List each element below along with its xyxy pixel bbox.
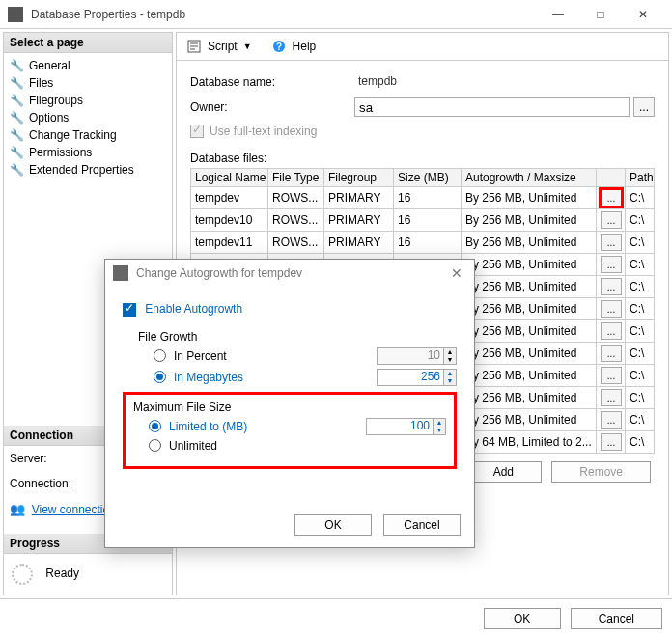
in-mb-radio[interactable] — [154, 371, 166, 383]
autogrowth-browse-button[interactable]: ... — [601, 189, 622, 207]
sidebar-item-permissions[interactable]: 🔧Permissions — [6, 144, 170, 161]
ok-button[interactable]: OK — [484, 608, 561, 629]
grid-cell: By 256 MB, Unlimited — [462, 209, 597, 232]
grid-header[interactable]: Size (MB) — [394, 169, 462, 187]
grid-cell-button: ... — [597, 209, 626, 232]
wrench-icon: 🔧 — [10, 59, 23, 72]
grid-cell: ROWS... — [268, 232, 324, 254]
page-list: 🔧General🔧Files🔧Filegroups🔧Options🔧Change… — [4, 53, 172, 182]
autogrowth-browse-button[interactable]: ... — [601, 433, 622, 451]
sidebar-item-label: Change Tracking — [29, 128, 117, 142]
minimize-button[interactable]: — — [537, 1, 579, 28]
add-button[interactable]: Add — [464, 461, 542, 483]
fulltext-label: Use full-text indexing — [210, 125, 317, 138]
autogrowth-browse-button[interactable]: ... — [601, 234, 622, 251]
view-connection-link[interactable]: View connectio — [32, 503, 110, 516]
autogrowth-browse-button[interactable]: ... — [601, 345, 622, 362]
grid-cell-path: C:\ — [626, 365, 655, 387]
limited-spinner[interactable]: ▲▼ — [434, 418, 446, 435]
cancel-button[interactable]: Cancel — [571, 608, 662, 629]
grid-cell-path: C:\ — [626, 431, 655, 454]
close-button[interactable]: ✕ — [622, 1, 664, 28]
sidebar-item-extended-properties[interactable]: 🔧Extended Properties — [6, 161, 170, 179]
grid-cell: 16 — [394, 187, 462, 209]
grid-header[interactable]: Filegroup — [324, 169, 394, 187]
grid-cell: By 256 MB, Unlimited — [462, 409, 597, 431]
sidebar-item-label: Options — [29, 111, 69, 125]
dialog-cancel-button[interactable]: Cancel — [383, 514, 461, 536]
mb-input[interactable]: 256 — [377, 369, 444, 386]
mb-spinner[interactable]: ▲▼ — [444, 369, 457, 386]
autogrowth-browse-button[interactable]: ... — [601, 367, 622, 384]
enable-autogrowth-row[interactable]: Enable Autogrowth — [123, 302, 457, 317]
dialog-close-button[interactable]: ✕ — [447, 265, 466, 281]
table-row[interactable]: tempdevROWS...PRIMARY16By 256 MB, Unlimi… — [191, 187, 655, 209]
help-icon: ? — [271, 39, 287, 54]
autogrowth-browse-button[interactable]: ... — [601, 278, 622, 295]
script-button[interactable]: Script — [208, 40, 238, 53]
grid-cell-path: C:\ — [626, 187, 655, 209]
limited-radio[interactable] — [149, 420, 161, 432]
grid-header[interactable]: File Type — [268, 169, 324, 187]
autogrowth-browse-button[interactable]: ... — [601, 300, 622, 318]
grid-header[interactable]: Autogrowth / Maxsize — [462, 169, 597, 187]
table-row[interactable]: tempdev11ROWS...PRIMARY16By 256 MB, Unli… — [191, 232, 655, 254]
title-bar: Database Properties - tempdb — □ ✕ — [0, 0, 672, 29]
grid-header[interactable] — [597, 169, 626, 187]
wrench-icon: 🔧 — [10, 94, 23, 107]
sidebar-item-label: Files — [29, 76, 53, 90]
sidebar-item-options[interactable]: 🔧Options — [6, 109, 170, 126]
grid-cell: By 256 MB, Unlimited — [462, 343, 597, 365]
grid-cell-button: ... — [597, 276, 626, 298]
grid-cell: By 64 MB, Limited to 2... — [462, 431, 597, 454]
grid-cell: ROWS... — [268, 187, 324, 209]
unlimited-label: Unlimited — [169, 439, 217, 453]
owner-browse-button[interactable]: ... — [633, 97, 655, 117]
grid-cell: tempdev — [191, 187, 268, 209]
autogrowth-browse-button[interactable]: ... — [601, 211, 622, 229]
grid-cell-button: ... — [597, 431, 626, 454]
dropdown-icon[interactable]: ▼ — [243, 42, 252, 51]
autogrowth-dialog: Change Autogrowth for tempdev ✕ Enable A… — [104, 259, 475, 548]
limited-input[interactable]: 100 — [366, 418, 434, 435]
sidebar-item-files[interactable]: 🔧Files — [6, 74, 170, 92]
autogrowth-browse-button[interactable]: ... — [601, 411, 622, 429]
files-label: Database files: — [190, 152, 655, 165]
wrench-icon: 🔧 — [10, 163, 23, 177]
grid-cell: By 256 MB, Unlimited — [462, 276, 597, 298]
sidebar-item-general[interactable]: 🔧General — [6, 57, 170, 74]
sidebar-item-label: General — [29, 59, 70, 72]
dbname-value: tempdb — [354, 72, 655, 92]
grid-cell-button: ... — [597, 387, 626, 409]
grid-cell-path: C:\ — [626, 254, 655, 276]
owner-input[interactable] — [354, 97, 630, 117]
table-row[interactable]: tempdev10ROWS...PRIMARY16By 256 MB, Unli… — [191, 209, 655, 232]
dialog-ok-button[interactable]: OK — [294, 514, 372, 536]
autogrowth-browse-button[interactable]: ... — [601, 322, 622, 340]
sidebar-item-filegroups[interactable]: 🔧Filegroups — [6, 92, 170, 109]
grid-cell-path: C:\ — [626, 209, 655, 232]
enable-autogrowth-checkbox[interactable] — [123, 303, 136, 317]
remove-button: Remove — [551, 461, 651, 483]
sidebar-item-label: Filegroups — [29, 94, 83, 107]
right-toolbar: Script ▼ ? Help — [177, 33, 668, 61]
grid-cell: 16 — [394, 209, 462, 232]
grid-header[interactable]: Path — [626, 169, 655, 187]
progress-spinner-icon — [12, 564, 33, 585]
sidebar-item-change-tracking[interactable]: 🔧Change Tracking — [6, 126, 170, 144]
maximize-button[interactable]: □ — [579, 1, 622, 28]
help-button[interactable]: Help — [293, 40, 317, 53]
unlimited-radio[interactable] — [149, 439, 161, 452]
grid-cell-path: C:\ — [626, 409, 655, 431]
autogrowth-browse-button[interactable]: ... — [601, 256, 622, 273]
window-title: Database Properties - tempdb — [31, 8, 537, 21]
sidebar-item-label: Permissions — [29, 146, 92, 159]
grid-cell: By 256 MB, Unlimited — [462, 298, 597, 320]
grid-cell: By 256 MB, Unlimited — [462, 187, 597, 209]
in-percent-radio[interactable] — [154, 349, 166, 362]
grid-cell: tempdev10 — [191, 209, 268, 232]
autogrowth-browse-button[interactable]: ... — [601, 389, 622, 406]
grid-cell: ROWS... — [268, 209, 324, 232]
grid-cell: By 256 MB, Unlimited — [462, 232, 597, 254]
grid-header[interactable]: Logical Name — [191, 169, 268, 187]
